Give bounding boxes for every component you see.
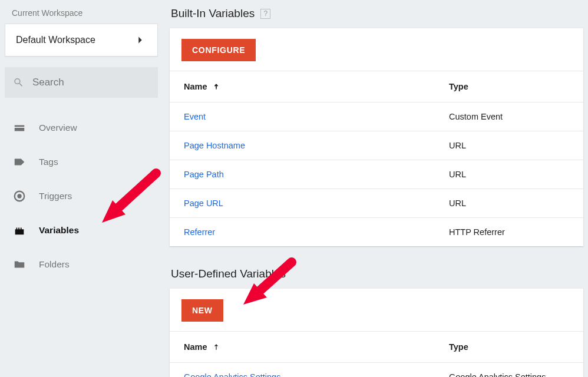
tag-icon xyxy=(13,156,26,168)
search-icon xyxy=(13,76,24,89)
nav-triggers[interactable]: Triggers xyxy=(5,179,158,213)
user-card-top: New xyxy=(170,289,583,331)
sort-asc-icon xyxy=(212,343,220,351)
nav: Overview Tags Triggers Variables Folders xyxy=(5,111,158,282)
nav-folders[interactable]: Folders xyxy=(5,247,158,282)
builtin-link[interactable]: Referrer xyxy=(184,227,215,237)
builtins-card: Configure Name Type EventCustom Event Pa… xyxy=(170,28,583,246)
workspace-picker[interactable]: Default Workspace xyxy=(5,24,158,57)
builtin-type: HTTP Referrer xyxy=(449,227,569,237)
nav-folders-label: Folders xyxy=(39,259,70,270)
builtin-link[interactable]: Event xyxy=(184,112,206,121)
nav-overview-label: Overview xyxy=(39,123,77,133)
table-row[interactable]: EventCustom Event xyxy=(170,102,583,131)
builtins-card-top: Configure xyxy=(170,28,583,71)
builtin-type: URL xyxy=(449,170,569,179)
user-var-type: Google Analytics Settings xyxy=(449,372,569,377)
search-box[interactable] xyxy=(5,67,158,98)
search-input[interactable] xyxy=(32,77,150,88)
builtins-type-header[interactable]: Type xyxy=(449,82,569,91)
builtin-type: Custom Event xyxy=(449,112,569,121)
nav-overview[interactable]: Overview xyxy=(5,111,158,145)
configure-button[interactable]: Configure xyxy=(181,39,256,61)
sidebar: Current Workspace Default Workspace Over… xyxy=(0,0,165,377)
user-defined-section: User-Defined Variables New Name Type Goo… xyxy=(170,260,583,377)
new-button[interactable]: New xyxy=(181,299,223,322)
builtins-title: Built-In Variables xyxy=(171,7,255,20)
builtin-link[interactable]: Page URL xyxy=(184,199,223,208)
user-header: Name Type xyxy=(170,331,583,362)
builtins-header: Name Type xyxy=(170,71,583,102)
variables-icon xyxy=(13,224,26,237)
workspace-name: Default Workspace xyxy=(16,35,95,45)
folder-icon xyxy=(13,258,26,271)
nav-tags[interactable]: Tags xyxy=(5,145,158,179)
user-title: User-Defined Variables xyxy=(170,260,583,289)
svg-point-1 xyxy=(17,194,21,198)
nav-triggers-label: Triggers xyxy=(39,191,72,201)
builtin-link[interactable]: Page Path xyxy=(184,170,224,179)
sort-asc-icon xyxy=(212,82,220,91)
user-name-header[interactable]: Name xyxy=(184,342,449,352)
user-card: New Name Type Google Analytics SettingsG… xyxy=(170,289,583,377)
builtins-title-row: Built-In Variables ? xyxy=(170,0,583,28)
name-header-text: Name xyxy=(184,342,207,352)
table-row[interactable]: Page HostnameURL xyxy=(170,131,583,160)
table-row[interactable]: Page URLURL xyxy=(170,188,583,217)
builtin-type: URL xyxy=(449,141,569,150)
table-row[interactable]: ReferrerHTTP Referrer xyxy=(170,217,583,246)
nav-variables-label: Variables xyxy=(39,225,79,236)
name-header-text: Name xyxy=(184,82,207,91)
builtin-type: URL xyxy=(449,199,569,208)
overview-icon xyxy=(13,121,26,134)
user-type-header[interactable]: Type xyxy=(449,342,569,352)
trigger-icon xyxy=(13,190,26,203)
user-var-link[interactable]: Google Analytics Settings xyxy=(184,372,280,377)
table-row[interactable]: Page PathURL xyxy=(170,160,583,188)
help-icon[interactable]: ? xyxy=(260,9,270,19)
nav-variables[interactable]: Variables xyxy=(5,213,158,247)
workspace-label: Current Workspace xyxy=(5,0,158,24)
nav-tags-label: Tags xyxy=(39,157,58,167)
builtin-link[interactable]: Page Hostname xyxy=(184,141,245,150)
main: Built-In Variables ? Configure Name Type… xyxy=(170,0,583,377)
builtins-name-header[interactable]: Name xyxy=(184,82,449,91)
chevron-right-icon xyxy=(134,34,147,47)
table-row[interactable]: Google Analytics SettingsGoogle Analytic… xyxy=(170,362,583,377)
